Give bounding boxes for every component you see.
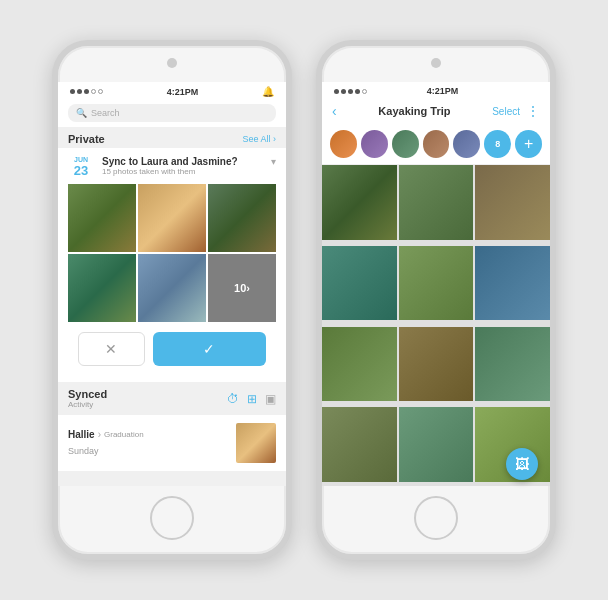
add-participant-button[interactable]: + [515, 130, 542, 158]
status-time-left: 4:21PM [167, 87, 199, 97]
avatar-5[interactable] [453, 130, 480, 158]
confirm-icon: ✓ [203, 341, 215, 357]
album-thumbnail [236, 423, 276, 463]
search-icon: 🔍 [76, 108, 87, 118]
album-person: Hallie [68, 429, 95, 440]
left-screen: 4:21PM 🔔 🔍 Search Private See All › JU [58, 82, 286, 486]
album-icon[interactable]: ▣ [265, 392, 276, 406]
mosaic-photo-2[interactable] [399, 165, 474, 240]
cancel-icon: ✕ [105, 341, 117, 357]
synced-section: Synced Activity ⏱ ⊞ ▣ [58, 382, 286, 415]
album-name-row: Hallie › Graduation [68, 429, 144, 440]
synced-subtitle: Activity [68, 400, 107, 409]
sync-arrow[interactable]: ▾ [271, 156, 276, 167]
clock-icon[interactable]: ⏱ [227, 392, 239, 406]
more-options-button[interactable]: ⋮ [526, 103, 540, 119]
mosaic-photo-1[interactable] [322, 165, 397, 240]
avatar-1[interactable] [330, 130, 357, 158]
album-arrow: › [98, 429, 101, 440]
sync-header: JUN 23 Sync to Laura and Jasmine? 15 pho… [68, 156, 276, 178]
signal-dots-right [334, 89, 367, 94]
mosaic-photo-10[interactable] [322, 407, 397, 482]
dot-r2 [341, 89, 346, 94]
sync-day: 23 [74, 163, 88, 178]
mosaic-photo-6[interactable] [475, 246, 550, 321]
dot-r1 [334, 89, 339, 94]
mosaic-photo-5[interactable] [399, 246, 474, 321]
synced-info: Synced Activity [68, 388, 107, 409]
photo-cell-1[interactable] [68, 184, 136, 252]
mosaic-photo-8[interactable] [399, 327, 474, 402]
more-count: 10› [234, 282, 250, 294]
dot-5 [98, 89, 103, 94]
confirm-button[interactable]: ✓ [153, 332, 266, 366]
avatar-2[interactable] [361, 130, 388, 158]
album-title: Graduation [104, 430, 144, 439]
photo-cell-5[interactable] [138, 254, 206, 322]
mosaic-photo-9[interactable] [475, 327, 550, 402]
dot-1 [70, 89, 75, 94]
mosaic-photo-7[interactable] [322, 327, 397, 402]
sync-title: Sync to Laura and Jasmine? [102, 156, 263, 167]
photo-cell-more[interactable]: 10› [208, 254, 276, 322]
album-date: Sunday [68, 446, 99, 456]
share-icon: 🖼 [515, 456, 529, 472]
sync-card: JUN 23 Sync to Laura and Jasmine? 15 pho… [58, 148, 286, 382]
photo-grid-left: 10› [68, 184, 276, 322]
sync-month: JUN [74, 156, 88, 163]
avatar-count[interactable]: 8 [484, 130, 511, 158]
see-all-link[interactable]: See All › [242, 134, 276, 144]
album-info: Hallie › Graduation Sunday [68, 429, 144, 458]
trip-title: Kayaking Trip [343, 105, 487, 117]
private-title: Private [68, 133, 105, 145]
status-bar-right: 4:21PM [322, 82, 550, 98]
grid-icon[interactable]: ⊞ [247, 392, 257, 406]
private-section-header: Private See All › [58, 127, 286, 148]
action-buttons: ✕ ✓ [68, 328, 276, 374]
avatars-row: 8 + [322, 124, 550, 165]
status-bar-left: 4:21PM 🔔 [58, 82, 286, 99]
avatar-4[interactable] [423, 130, 450, 158]
synced-title: Synced [68, 388, 107, 400]
back-button[interactable]: ‹ [332, 103, 337, 119]
photo-cell-2[interactable] [138, 184, 206, 252]
photo-mosaic [322, 165, 550, 486]
signal-dots [70, 89, 103, 94]
dot-2 [77, 89, 82, 94]
synced-icons: ⏱ ⊞ ▣ [227, 392, 276, 406]
avatar-count-label: 8 [495, 139, 500, 149]
search-placeholder: Search [91, 108, 120, 118]
bell-icon: 🔔 [262, 86, 274, 97]
sync-subtitle: 15 photos taken with them [102, 167, 263, 176]
search-input-wrapper[interactable]: 🔍 Search [68, 104, 276, 122]
dot-3 [84, 89, 89, 94]
dot-4 [91, 89, 96, 94]
mosaic-photo-4[interactable] [322, 246, 397, 321]
right-screen: 4:21PM ‹ Kayaking Trip Select ⋮ 8 [322, 82, 550, 486]
album-row[interactable]: Hallie › Graduation Sunday [58, 415, 286, 471]
sync-date: JUN 23 [68, 156, 94, 178]
search-bar: 🔍 Search [58, 99, 286, 127]
dot-r3 [348, 89, 353, 94]
right-nav-header: ‹ Kayaking Trip Select ⋮ [322, 98, 550, 124]
left-phone: 4:21PM 🔔 🔍 Search Private See All › JU [52, 40, 292, 560]
dot-r5 [362, 89, 367, 94]
status-time-right: 4:21PM [427, 86, 459, 96]
scene: 4:21PM 🔔 🔍 Search Private See All › JU [32, 20, 576, 580]
right-phone: 4:21PM ‹ Kayaking Trip Select ⋮ 8 [316, 40, 556, 560]
share-fab-button[interactable]: 🖼 [506, 448, 538, 480]
sync-info: Sync to Laura and Jasmine? 15 photos tak… [102, 156, 263, 176]
photo-cell-4[interactable] [68, 254, 136, 322]
dot-r4 [355, 89, 360, 94]
cancel-button[interactable]: ✕ [78, 332, 145, 366]
avatar-3[interactable] [392, 130, 419, 158]
mosaic-photo-3[interactable] [475, 165, 550, 240]
mosaic-photo-11[interactable] [399, 407, 474, 482]
photo-cell-3[interactable] [208, 184, 276, 252]
add-icon: + [524, 135, 533, 153]
select-button[interactable]: Select [492, 106, 520, 117]
